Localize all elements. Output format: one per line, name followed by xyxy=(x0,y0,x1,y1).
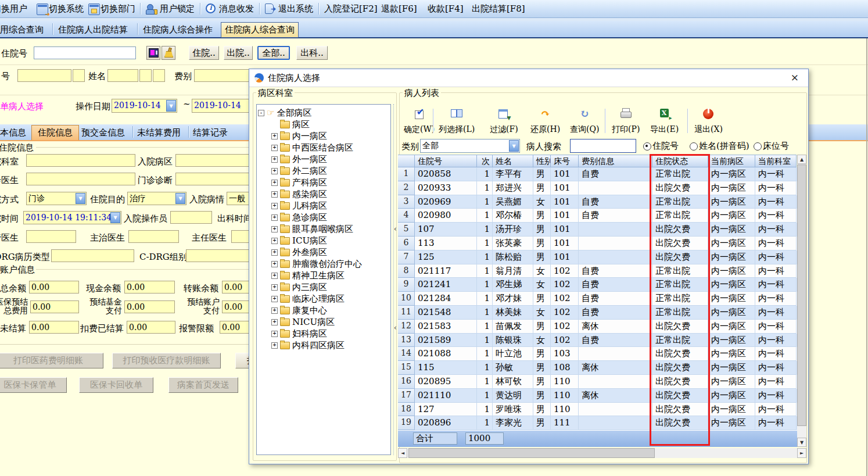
tree-expander-icon[interactable]: + xyxy=(271,273,278,279)
diagnosis-field[interactable] xyxy=(175,173,252,185)
tree-item[interactable]: - ☞ 全部病区 xyxy=(257,107,390,119)
tree-item[interactable]: + ☞ 临床心理病区 xyxy=(257,293,390,305)
ward-tree[interactable]: - ☞ 全部病区 ☞ 病区 + ☞ 内一病区 + ☞ 中西医结合病区 + xyxy=(256,104,391,455)
tree-expander-icon[interactable]: + xyxy=(271,307,278,314)
purpose-combo[interactable]: 治疗▼ xyxy=(127,192,186,205)
tree-expander-icon[interactable]: + xyxy=(271,226,278,232)
toolbar-item-refund-f6[interactable]: 退款[F6] xyxy=(381,3,417,15)
card-reader-button[interactable] xyxy=(146,46,160,60)
ward-field[interactable] xyxy=(175,154,252,167)
tree-item[interactable]: + ☞ 儿科病区 xyxy=(257,200,390,212)
tree-item[interactable]: + ☞ ICU病区 xyxy=(257,235,390,246)
tab-basic-info[interactable]: 基本信息 xyxy=(0,127,26,138)
toolbar-item-switch-user[interactable]: 切换用户 xyxy=(0,3,27,15)
filter-button[interactable]: 过滤(F) xyxy=(487,108,521,135)
tree-expander-icon[interactable]: + xyxy=(271,191,278,198)
name-sub-field-1[interactable] xyxy=(139,69,152,82)
toolbar-item-admission-f2[interactable]: 入院登记[F2] xyxy=(324,3,378,15)
single-patient-label[interactable]: 单病人选择 xyxy=(0,101,44,112)
v-scroll-thumb[interactable] xyxy=(797,164,806,426)
toolbar-item-user-lock[interactable]: 用户锁定 xyxy=(160,3,195,15)
fee-type-field[interactable] xyxy=(194,69,255,82)
toolbar-item-receipt-f4[interactable]: 收款[F4] xyxy=(428,3,464,15)
tree-item[interactable]: + ☞ 肿瘤微创治疗中心 xyxy=(257,258,390,270)
toolbar-item-switch-dept[interactable]: 切换部门 xyxy=(101,3,135,15)
tree-expander-icon[interactable]: + xyxy=(271,261,278,267)
tab-inpatient-info-active[interactable]: 住院信息 xyxy=(31,125,79,141)
scroll-right-icon[interactable]: ► xyxy=(797,448,806,458)
name-field[interactable] xyxy=(107,69,138,82)
query-button[interactable]: ↻ 查询(Q) xyxy=(568,108,601,135)
chevron-down-icon[interactable]: ▼ xyxy=(166,100,176,112)
op-date-from[interactable]: 2019-10-14▼ xyxy=(112,99,177,113)
col-sex[interactable]: 性别 xyxy=(533,155,551,167)
col-current-dept[interactable]: 当前科室 xyxy=(755,155,797,167)
toolbar-item-exit-system[interactable]: 退出系统 xyxy=(278,3,313,15)
tree-item[interactable]: + ☞ 外二病区 xyxy=(257,165,390,177)
tree-expander-icon[interactable]: - xyxy=(258,110,264,116)
insurance-card-return-button[interactable]: 医保卡回收单 xyxy=(79,377,153,393)
tab-unsettled-fees[interactable]: 未结算费用 xyxy=(137,127,181,138)
table-row[interactable]: 9 021241 1 邓生娣 女 102 自费 正常出院 内一病区 内一科 xyxy=(398,278,797,292)
toolbar-item-messages[interactable]: 消息收发 xyxy=(219,3,254,15)
tree-item[interactable]: + ☞ NICU病区 xyxy=(257,316,390,328)
table-row[interactable]: 18 127 1 罗唯珠 男 110 出院欠费 内一病区 内一科 xyxy=(398,403,797,417)
tree-expander-icon[interactable]: + xyxy=(271,145,278,151)
radio-bed-no-label[interactable]: 床位号 xyxy=(763,141,789,152)
tree-expander-icon[interactable]: + xyxy=(271,238,278,244)
export-button[interactable]: 导出(E) xyxy=(648,108,681,135)
radio-inpatient-no-label[interactable]: 住院号 xyxy=(652,141,679,152)
print-prepay-detail-button[interactable]: 打印预收医疗款明细账 xyxy=(112,353,221,368)
close-icon[interactable]: × xyxy=(791,71,799,83)
tree-item[interactable]: + ☞ 感染病区 xyxy=(257,188,390,200)
total-balance-field[interactable]: 0.00 xyxy=(29,281,79,294)
op-date-to[interactable]: 2019-10-14 xyxy=(192,99,253,113)
col-current-ward[interactable]: 当前病区 xyxy=(708,155,755,167)
admit-time-combo[interactable]: 2019-10-14 19:11:34▼ xyxy=(23,211,121,224)
pre-account-field[interactable]: 0.00 xyxy=(222,300,252,313)
table-row[interactable]: 4 020980 1 邓尔椿 男 101 自费 正常出院 内一病区 内一科 xyxy=(398,209,797,223)
scroll-up-icon[interactable]: ▲ xyxy=(797,155,806,164)
exit-button[interactable]: 退出(X) xyxy=(692,108,725,135)
tree-expander-icon[interactable]: + xyxy=(271,180,278,186)
unsettled-field[interactable]: 0.00 xyxy=(29,321,79,334)
tree-expander-icon[interactable]: + xyxy=(271,156,278,163)
column-select-button[interactable]: 列选择(L) xyxy=(436,108,477,135)
table-row[interactable]: 3 020969 1 吴燕媚 女 101 自费 正常出院 内一病区 内一科 xyxy=(398,195,797,209)
restore-button[interactable]: ↷ 还原(H) xyxy=(528,108,562,135)
outpatient-doctor-field[interactable] xyxy=(26,173,135,185)
dialog-titlebar[interactable]: 住院病人选择 × xyxy=(249,69,808,87)
radio-name[interactable] xyxy=(690,142,698,151)
medical-record-send-button[interactable]: 病案首页发送 xyxy=(168,377,238,393)
tree-expander-icon[interactable]: + xyxy=(271,296,278,302)
table-row[interactable]: 5 107 1 汤开珍 男 101 出院欠费 内一病区 内一科 xyxy=(398,223,797,237)
admit-mode-combo[interactable]: 门诊▼ xyxy=(26,192,87,205)
radio-inpatient-no[interactable] xyxy=(643,142,651,151)
pre-fund-field[interactable]: 0.00 xyxy=(124,300,175,313)
table-row[interactable]: 8 021117 1 翁月清 女 102 自费 正常出院 内一病区 内一科 xyxy=(398,264,797,278)
table-row[interactable]: 16 020895 1 林可钦 男 110 出院欠费 内一病区 内一科 xyxy=(398,375,797,389)
grid-header[interactable]: 住院号 次 姓名 性别 床号 费别信息 住院状态 当前病区 当前科室 xyxy=(398,155,797,167)
all-filter-button[interactable]: 全部.. xyxy=(257,46,290,60)
operator-field[interactable] xyxy=(170,211,212,224)
toolbar-item-switch-system[interactable]: 切换系统 xyxy=(49,3,84,15)
table-row[interactable]: 17 021110 1 黄达明 男 110 离休 出院欠费 内一病区 内一科 xyxy=(398,389,797,403)
col-inpatient-no[interactable]: 住院号 xyxy=(415,155,477,167)
collapse-left-icon[interactable]: ‹ xyxy=(394,325,397,331)
patient-search-input[interactable] xyxy=(570,139,636,153)
discharged-filter-button[interactable]: 出院.. xyxy=(224,46,253,60)
tree-item[interactable]: ☞ 病区 xyxy=(257,119,390,130)
tree-item[interactable]: + ☞ 外叁病区 xyxy=(257,246,390,258)
tree-item[interactable]: + ☞ 妇科病区 xyxy=(257,328,390,339)
table-row[interactable]: 14 021088 1 叶立池 男 103 出院欠费 内一病区 内一科 xyxy=(398,347,797,361)
type-combo[interactable]: 全部▼ xyxy=(420,139,520,153)
chevron-down-icon[interactable]: ▼ xyxy=(110,212,120,223)
dept-field[interactable] xyxy=(26,154,135,167)
tree-item[interactable]: + ☞ 外一病区 xyxy=(257,153,390,165)
collapse-left-icon[interactable]: ‹ xyxy=(394,226,397,232)
table-row[interactable]: 12 021583 1 苗佩发 男 102 离休 出院欠费 内一病区 内一科 xyxy=(398,320,797,334)
drg-group-field[interactable] xyxy=(186,249,252,262)
patient-grid[interactable]: 1 020858 1 李平有 男 101 自费 正常出院 内一病区 内一科 2 … xyxy=(398,167,797,431)
inpatient-filter-button[interactable]: 住院.. xyxy=(189,46,219,60)
insurance-card-keep-button[interactable]: 医保卡保管单 xyxy=(0,377,67,393)
